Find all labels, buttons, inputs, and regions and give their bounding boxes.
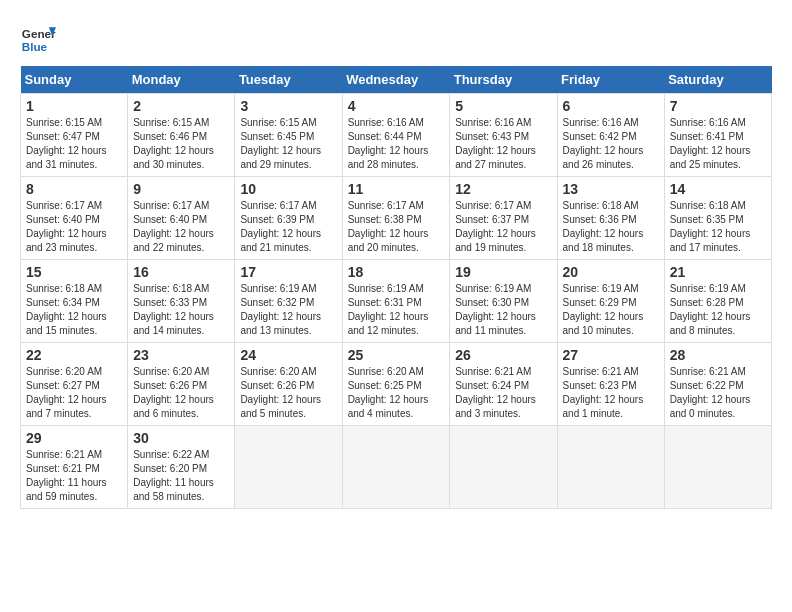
day-info: Sunrise: 6:19 AM Sunset: 6:32 PM Dayligh… bbox=[240, 282, 336, 338]
calendar-cell: 8Sunrise: 6:17 AM Sunset: 6:40 PM Daylig… bbox=[21, 177, 128, 260]
svg-text:Blue: Blue bbox=[22, 40, 48, 53]
day-number: 26 bbox=[455, 347, 551, 363]
day-info: Sunrise: 6:16 AM Sunset: 6:43 PM Dayligh… bbox=[455, 116, 551, 172]
calendar-week-1: 1Sunrise: 6:15 AM Sunset: 6:47 PM Daylig… bbox=[21, 94, 772, 177]
weekday-header-saturday: Saturday bbox=[664, 66, 771, 94]
day-number: 9 bbox=[133, 181, 229, 197]
calendar-cell: 7Sunrise: 6:16 AM Sunset: 6:41 PM Daylig… bbox=[664, 94, 771, 177]
logo: General Blue bbox=[20, 20, 56, 56]
day-info: Sunrise: 6:20 AM Sunset: 6:27 PM Dayligh… bbox=[26, 365, 122, 421]
day-number: 14 bbox=[670, 181, 766, 197]
calendar-cell bbox=[342, 426, 450, 509]
day-info: Sunrise: 6:21 AM Sunset: 6:21 PM Dayligh… bbox=[26, 448, 122, 504]
calendar-cell: 12Sunrise: 6:17 AM Sunset: 6:37 PM Dayli… bbox=[450, 177, 557, 260]
weekday-header-sunday: Sunday bbox=[21, 66, 128, 94]
calendar-cell bbox=[557, 426, 664, 509]
day-info: Sunrise: 6:17 AM Sunset: 6:40 PM Dayligh… bbox=[133, 199, 229, 255]
day-number: 15 bbox=[26, 264, 122, 280]
calendar-cell bbox=[235, 426, 342, 509]
day-info: Sunrise: 6:21 AM Sunset: 6:24 PM Dayligh… bbox=[455, 365, 551, 421]
day-number: 19 bbox=[455, 264, 551, 280]
day-info: Sunrise: 6:17 AM Sunset: 6:37 PM Dayligh… bbox=[455, 199, 551, 255]
day-info: Sunrise: 6:16 AM Sunset: 6:44 PM Dayligh… bbox=[348, 116, 445, 172]
day-info: Sunrise: 6:16 AM Sunset: 6:41 PM Dayligh… bbox=[670, 116, 766, 172]
day-info: Sunrise: 6:18 AM Sunset: 6:33 PM Dayligh… bbox=[133, 282, 229, 338]
calendar-cell: 16Sunrise: 6:18 AM Sunset: 6:33 PM Dayli… bbox=[128, 260, 235, 343]
calendar-cell: 20Sunrise: 6:19 AM Sunset: 6:29 PM Dayli… bbox=[557, 260, 664, 343]
day-number: 29 bbox=[26, 430, 122, 446]
day-number: 5 bbox=[455, 98, 551, 114]
day-number: 13 bbox=[563, 181, 659, 197]
day-info: Sunrise: 6:20 AM Sunset: 6:25 PM Dayligh… bbox=[348, 365, 445, 421]
calendar-cell: 29Sunrise: 6:21 AM Sunset: 6:21 PM Dayli… bbox=[21, 426, 128, 509]
day-info: Sunrise: 6:19 AM Sunset: 6:28 PM Dayligh… bbox=[670, 282, 766, 338]
calendar-cell: 13Sunrise: 6:18 AM Sunset: 6:36 PM Dayli… bbox=[557, 177, 664, 260]
calendar-cell: 15Sunrise: 6:18 AM Sunset: 6:34 PM Dayli… bbox=[21, 260, 128, 343]
day-info: Sunrise: 6:17 AM Sunset: 6:39 PM Dayligh… bbox=[240, 199, 336, 255]
day-info: Sunrise: 6:15 AM Sunset: 6:46 PM Dayligh… bbox=[133, 116, 229, 172]
calendar-cell: 5Sunrise: 6:16 AM Sunset: 6:43 PM Daylig… bbox=[450, 94, 557, 177]
day-info: Sunrise: 6:21 AM Sunset: 6:22 PM Dayligh… bbox=[670, 365, 766, 421]
day-number: 10 bbox=[240, 181, 336, 197]
day-number: 24 bbox=[240, 347, 336, 363]
day-number: 17 bbox=[240, 264, 336, 280]
day-number: 21 bbox=[670, 264, 766, 280]
day-info: Sunrise: 6:18 AM Sunset: 6:34 PM Dayligh… bbox=[26, 282, 122, 338]
day-number: 16 bbox=[133, 264, 229, 280]
day-info: Sunrise: 6:16 AM Sunset: 6:42 PM Dayligh… bbox=[563, 116, 659, 172]
day-number: 18 bbox=[348, 264, 445, 280]
day-number: 25 bbox=[348, 347, 445, 363]
day-number: 28 bbox=[670, 347, 766, 363]
calendar-cell: 14Sunrise: 6:18 AM Sunset: 6:35 PM Dayli… bbox=[664, 177, 771, 260]
calendar-cell: 23Sunrise: 6:20 AM Sunset: 6:26 PM Dayli… bbox=[128, 343, 235, 426]
calendar-cell: 24Sunrise: 6:20 AM Sunset: 6:26 PM Dayli… bbox=[235, 343, 342, 426]
logo-icon: General Blue bbox=[20, 20, 56, 56]
calendar-cell: 25Sunrise: 6:20 AM Sunset: 6:25 PM Dayli… bbox=[342, 343, 450, 426]
day-info: Sunrise: 6:20 AM Sunset: 6:26 PM Dayligh… bbox=[133, 365, 229, 421]
day-number: 4 bbox=[348, 98, 445, 114]
day-number: 6 bbox=[563, 98, 659, 114]
calendar-cell: 27Sunrise: 6:21 AM Sunset: 6:23 PM Dayli… bbox=[557, 343, 664, 426]
calendar-cell: 11Sunrise: 6:17 AM Sunset: 6:38 PM Dayli… bbox=[342, 177, 450, 260]
calendar-week-2: 8Sunrise: 6:17 AM Sunset: 6:40 PM Daylig… bbox=[21, 177, 772, 260]
weekday-header-tuesday: Tuesday bbox=[235, 66, 342, 94]
calendar-week-4: 22Sunrise: 6:20 AM Sunset: 6:27 PM Dayli… bbox=[21, 343, 772, 426]
calendar-cell: 17Sunrise: 6:19 AM Sunset: 6:32 PM Dayli… bbox=[235, 260, 342, 343]
day-number: 23 bbox=[133, 347, 229, 363]
day-info: Sunrise: 6:15 AM Sunset: 6:45 PM Dayligh… bbox=[240, 116, 336, 172]
day-info: Sunrise: 6:19 AM Sunset: 6:30 PM Dayligh… bbox=[455, 282, 551, 338]
day-number: 11 bbox=[348, 181, 445, 197]
day-info: Sunrise: 6:21 AM Sunset: 6:23 PM Dayligh… bbox=[563, 365, 659, 421]
day-number: 7 bbox=[670, 98, 766, 114]
page-header: General Blue bbox=[20, 20, 772, 56]
calendar-cell: 30Sunrise: 6:22 AM Sunset: 6:20 PM Dayli… bbox=[128, 426, 235, 509]
day-number: 22 bbox=[26, 347, 122, 363]
day-number: 20 bbox=[563, 264, 659, 280]
day-number: 3 bbox=[240, 98, 336, 114]
calendar-cell: 9Sunrise: 6:17 AM Sunset: 6:40 PM Daylig… bbox=[128, 177, 235, 260]
day-info: Sunrise: 6:22 AM Sunset: 6:20 PM Dayligh… bbox=[133, 448, 229, 504]
calendar-cell: 22Sunrise: 6:20 AM Sunset: 6:27 PM Dayli… bbox=[21, 343, 128, 426]
calendar-cell: 18Sunrise: 6:19 AM Sunset: 6:31 PM Dayli… bbox=[342, 260, 450, 343]
calendar-cell: 6Sunrise: 6:16 AM Sunset: 6:42 PM Daylig… bbox=[557, 94, 664, 177]
calendar-cell: 1Sunrise: 6:15 AM Sunset: 6:47 PM Daylig… bbox=[21, 94, 128, 177]
day-number: 27 bbox=[563, 347, 659, 363]
weekday-header-thursday: Thursday bbox=[450, 66, 557, 94]
day-number: 30 bbox=[133, 430, 229, 446]
calendar-cell: 28Sunrise: 6:21 AM Sunset: 6:22 PM Dayli… bbox=[664, 343, 771, 426]
calendar-cell: 3Sunrise: 6:15 AM Sunset: 6:45 PM Daylig… bbox=[235, 94, 342, 177]
weekday-header-friday: Friday bbox=[557, 66, 664, 94]
weekday-header-wednesday: Wednesday bbox=[342, 66, 450, 94]
day-info: Sunrise: 6:15 AM Sunset: 6:47 PM Dayligh… bbox=[26, 116, 122, 172]
calendar-table: SundayMondayTuesdayWednesdayThursdayFrid… bbox=[20, 66, 772, 509]
calendar-cell: 21Sunrise: 6:19 AM Sunset: 6:28 PM Dayli… bbox=[664, 260, 771, 343]
calendar-cell: 4Sunrise: 6:16 AM Sunset: 6:44 PM Daylig… bbox=[342, 94, 450, 177]
day-info: Sunrise: 6:18 AM Sunset: 6:35 PM Dayligh… bbox=[670, 199, 766, 255]
calendar-week-3: 15Sunrise: 6:18 AM Sunset: 6:34 PM Dayli… bbox=[21, 260, 772, 343]
day-info: Sunrise: 6:18 AM Sunset: 6:36 PM Dayligh… bbox=[563, 199, 659, 255]
day-info: Sunrise: 6:20 AM Sunset: 6:26 PM Dayligh… bbox=[240, 365, 336, 421]
calendar-cell: 10Sunrise: 6:17 AM Sunset: 6:39 PM Dayli… bbox=[235, 177, 342, 260]
calendar-cell: 19Sunrise: 6:19 AM Sunset: 6:30 PM Dayli… bbox=[450, 260, 557, 343]
calendar-week-5: 29Sunrise: 6:21 AM Sunset: 6:21 PM Dayli… bbox=[21, 426, 772, 509]
day-number: 1 bbox=[26, 98, 122, 114]
